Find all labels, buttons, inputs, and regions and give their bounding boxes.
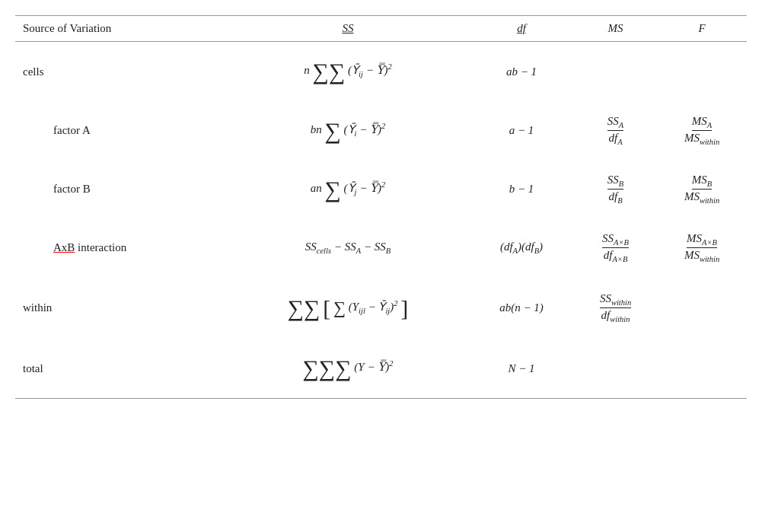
f-axb: MSA×B MSwithin xyxy=(657,218,747,277)
table-row: factor A bn ∑ (Ȳi − Y̿)2 a − 1 SSA dfA xyxy=(15,101,747,160)
table-row: factor B an ∑ (Ȳj − Y̿)2 b − 1 SSB dfB xyxy=(15,160,747,218)
f-factorA: MSA MSwithin xyxy=(657,101,747,160)
ms-total xyxy=(574,339,657,399)
df-axb: (dfA)(dfB) xyxy=(469,218,574,277)
ms-factorB: SSB dfB xyxy=(574,160,657,218)
f-within xyxy=(657,277,747,339)
df-cells: ab − 1 xyxy=(469,42,574,102)
table-row: total ∑∑∑ (Y − Y̿)2 N − 1 xyxy=(15,339,747,399)
table-row: AxB interaction SScells − SSA − SSB (dfA… xyxy=(15,218,747,277)
f-factorB: MSB MSwithin xyxy=(657,160,747,218)
table-row: cells n ∑∑ ( Ȳij − Y̿ )2 ab − 1 xyxy=(15,42,747,102)
f-total xyxy=(657,339,747,399)
col-header-source: Source of Variation xyxy=(15,16,227,42)
ss-axb: SScells − SSA − SSB xyxy=(227,218,469,277)
ss-within: ∑∑ [ ∑ (Yijl − Ȳij)2 ] xyxy=(227,277,469,339)
table-row: within ∑∑ [ ∑ (Yijl − Ȳij)2 ] ab(n − 1) … xyxy=(15,277,747,339)
ms-within: SSwithin dfwithin xyxy=(574,277,657,339)
col-header-ms: MS xyxy=(574,16,657,42)
ss-factorA: bn ∑ (Ȳi − Y̿)2 xyxy=(227,101,469,160)
ms-axb: SSA×B dfA×B xyxy=(574,218,657,277)
f-cells xyxy=(657,42,747,102)
source-axb: AxB interaction xyxy=(15,218,227,277)
source-cells: cells xyxy=(15,42,227,102)
source-total: total xyxy=(15,339,227,399)
ss-total: ∑∑∑ (Y − Y̿)2 xyxy=(227,339,469,399)
col-header-df: df xyxy=(469,16,574,42)
df-within: ab(n − 1) xyxy=(469,277,574,339)
col-header-f: F xyxy=(657,16,747,42)
ss-factorB: an ∑ (Ȳj − Y̿)2 xyxy=(227,160,469,218)
df-factorA: a − 1 xyxy=(469,101,574,160)
df-factorB: b − 1 xyxy=(469,160,574,218)
ms-cells xyxy=(574,42,657,102)
ms-factorA: SSA dfA xyxy=(574,101,657,160)
ss-cells: n ∑∑ ( Ȳij − Y̿ )2 xyxy=(227,42,469,102)
col-header-ss: SS xyxy=(227,16,469,42)
source-factorB: factor B xyxy=(15,160,227,218)
source-factorA: factor A xyxy=(15,101,227,160)
source-within: within xyxy=(15,277,227,339)
df-total: N − 1 xyxy=(469,339,574,399)
